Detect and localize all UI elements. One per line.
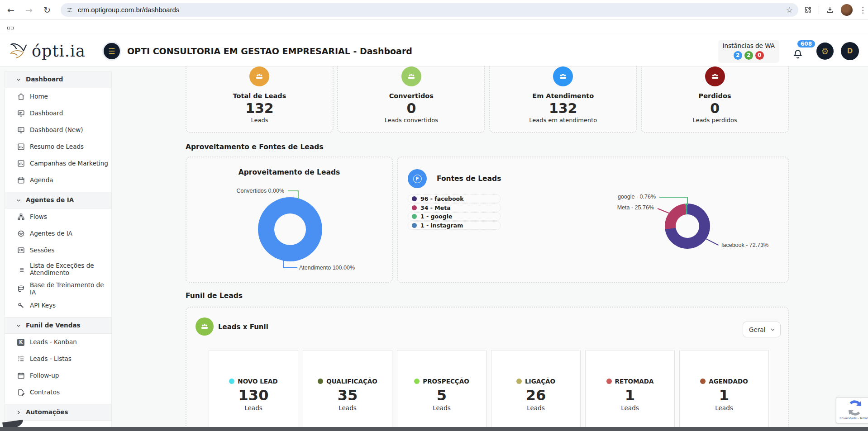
section-label: Agentes de IA [26,197,74,204]
card-fontes-de-leads: F Fontes de Leads 96 - facebook 34 - Met… [397,156,789,283]
sidebar-toggle-button[interactable]: ☰ [104,43,120,59]
sidebar-item-agentes-de-ia[interactable]: Agentes de IA [5,225,111,242]
stage-card-prospeccao: PROSPECÇÃO 5 Leads [397,350,486,431]
recaptcha-badge[interactable]: Privacidade - Termos [836,397,868,423]
aproveitamento-donut-chart [258,197,322,261]
stage-dot [318,379,323,384]
settings-button[interactable]: ⚙ [816,43,834,60]
notifications-button[interactable]: 608 [791,43,806,59]
card-title: Aproveitamento de Leads [186,157,392,176]
calendar-icon [17,372,25,379]
stat-subtitle: Leads perdidos [642,117,788,123]
legend-dot [412,214,417,219]
page-title: OPTI CONSULTORIA EM GESTAO EMPRESARIAL -… [127,46,412,56]
browser-profile-avatar[interactable] [841,4,853,16]
calendar-icon [17,176,25,184]
stat-value: 0 [642,100,788,116]
sidebar-section-automacoes[interactable]: Automações [5,404,111,421]
stage-value: 130 [209,387,298,404]
legend-dot [412,196,417,201]
sidebar-section-dashboard[interactable]: Dashboard [5,71,111,88]
chevron-right-icon [16,410,21,415]
legend-item-google[interactable]: 1 - google [408,212,501,221]
chevron-down-icon [16,77,21,82]
sidebar-item-follow-up[interactable]: Follow-up [5,367,111,384]
sidebar-item-flows[interactable]: Flows [5,208,111,225]
leads-group-icon [401,66,421,86]
card-aproveitamento-de-leads: Aproveitamento de Leads Convertidos 0.00… [186,156,393,283]
donut-label-atendimento: Atendimento 100.00% [299,265,355,271]
sidebar-item-base-de-treinamento[interactable]: Base de Treinamento de IA [5,280,111,297]
bar-chart-icon [17,160,25,167]
stat-subtitle: Leads em atendimento [490,117,636,123]
legend-item-instagram[interactable]: 1 - instagram [408,221,501,230]
item-label: Leads - Kanban [30,339,77,346]
sidebar-item-leads-listas[interactable]: Leads - Listas [5,350,111,367]
sidebar-item-resumo-de-leads[interactable]: Resumo de Leads [5,138,111,155]
app-logo[interactable]: ópti.ia [10,42,86,61]
database-icon [17,285,25,293]
url-bar[interactable]: crm.optigroup.com.br/dashboards ☆ [61,3,798,17]
leads-group-icon [249,66,269,86]
sidebar-item-campanhas-de-marketing[interactable]: Campanhas de Marketing [5,155,111,172]
list-box-icon [17,246,25,254]
wa-instances-label: Instâncias de WA [723,42,775,49]
funnel-filter-select[interactable]: Geral [743,322,781,337]
sidebar-item-contratos[interactable]: Contratos [5,384,111,401]
forward-icon[interactable]: → [22,3,36,17]
sidebar-item-dashboard-new[interactable]: Dashboard (New) [5,122,111,138]
sidebar-item-sessoes[interactable]: Sessões [5,242,111,259]
sidebar-item-api-keys[interactable]: API Keys [5,297,111,314]
stage-value: 26 [491,387,580,404]
stat-card-convertidos: Convertidos 0 Leads convertidos [337,66,485,133]
sidebar-item-leads-kanban[interactable]: K Leads - Kanban [5,334,111,350]
section-label: Dashboard [26,76,63,83]
stat-subtitle: Leads convertidos [338,117,484,123]
legend-item-facebook[interactable]: 96 - facebook [408,194,501,203]
card-title: Leads x Funil [218,323,268,331]
sidebar-item-dashboard[interactable]: Dashboard [5,105,111,122]
sidebar-item-home[interactable]: Home [5,88,111,105]
key-icon [17,302,25,309]
sidebar-section-agentes-de-ia[interactable]: Agentes de IA [5,192,111,208]
browser-menu-icon[interactable]: ⋮ [859,5,867,14]
monitor-icon [17,109,25,117]
site-info-tune-icon[interactable] [66,6,73,14]
item-label: Resumo de Leads [30,143,84,151]
item-label: Follow-up [30,372,59,379]
toolbar-divider [819,6,819,14]
legend-label: 34 - Meta [420,204,451,211]
legend-item-meta[interactable]: 34 - Meta [408,204,501,212]
sidebar-item-agenda[interactable]: Agenda [5,172,111,189]
fontes-info-icon: F [408,169,427,188]
back-icon[interactable]: ← [4,3,18,17]
extensions-icon[interactable] [804,5,812,14]
numbered-list-icon [17,355,25,363]
bookmark-star-icon[interactable]: ☆ [786,5,793,14]
stat-value: 132 [186,100,333,116]
sidebar-section-funil-de-vendas[interactable]: Funil de Vendas [5,317,111,334]
item-label: Contratos [30,389,60,396]
section-label: Funil de Vendas [26,322,81,329]
wa-instances-chip[interactable]: Instâncias de WA 2 2 0 [718,40,779,63]
reload-icon[interactable]: ↻ [40,3,54,17]
main-content: Total de Leads 132 Leads Convertidos 0 L… [186,66,789,431]
card-title: Fontes de Leads [437,175,501,183]
sitemap-icon [17,213,25,221]
stage-unit: Leads [491,404,580,412]
filter-value: Geral [749,326,765,333]
bottom-window-edge [0,427,868,431]
stage-card-agendado: AGENDADO 1 Leads [679,350,769,431]
item-label: Agenda [30,177,53,184]
stat-title: Perdidos [642,92,788,99]
user-avatar[interactable]: D [841,42,859,60]
sidebar-item-lista-de-excecoes[interactable]: Lista de Exceções de Atendimento [5,259,111,280]
recaptcha-links[interactable]: Privacidade - Termos [839,417,868,420]
stage-name: LIGAÇÃO [525,378,555,385]
apps-grid-icon[interactable] [7,27,14,29]
section-title-aproveitamento: Aproveitamento e Fontes de Leads [186,143,324,151]
funnel-group-icon [196,317,214,336]
app-header: ópti.ia ☰ OPTI CONSULTORIA EM GESTAO EMP… [0,36,868,66]
stage-name: QUALIFICAÇÃO [326,378,377,385]
downloads-icon[interactable] [825,5,835,14]
